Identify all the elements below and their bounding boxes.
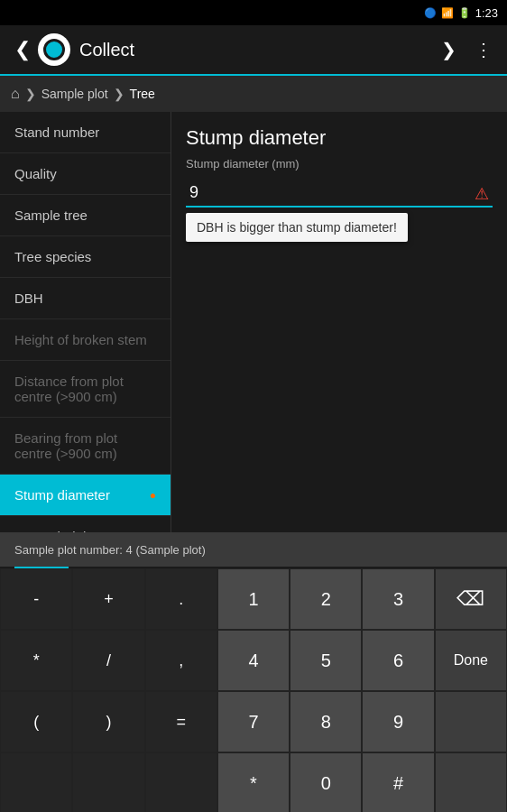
app-logo xyxy=(38,33,70,66)
key-close-paren[interactable]: ) xyxy=(72,691,144,752)
sidebar-item-stand-number[interactable]: Stand number xyxy=(0,112,171,153)
breadcrumb-sample-plot[interactable]: Sample plot xyxy=(41,87,108,101)
key-done[interactable]: Done xyxy=(435,630,507,691)
main-content: Stand number Quality Sample tree Tree sp… xyxy=(0,112,507,532)
stump-diameter-input[interactable] xyxy=(186,180,493,208)
keyboard: - + . 1 2 3 ⌫ * / , 4 5 6 Done ( ) = 7 8… xyxy=(0,568,507,812)
battery-icon: 🔋 xyxy=(458,7,471,19)
plot-info-bar: Sample plot number: 4 (Sample plot) xyxy=(0,532,507,567)
keyboard-row-1: - + . 1 2 3 ⌫ xyxy=(0,568,507,630)
bluetooth-icon: 🔵 xyxy=(424,7,437,19)
plot-info-wrapper: Sample plot number: 4 (Sample plot) xyxy=(0,532,507,568)
breadcrumb-tree: Tree xyxy=(130,87,155,101)
forward-button[interactable]: ❯ xyxy=(434,32,464,68)
status-bar: 🔵 📶 🔋 1:23 xyxy=(0,0,507,25)
key-star[interactable]: * xyxy=(217,752,290,812)
key-3[interactable]: 3 xyxy=(362,568,434,630)
sidebar-item-bearing-plot[interactable]: Bearing from plot centre (>900 cm) xyxy=(0,418,171,475)
sidebar-item-tree-species[interactable]: Tree species xyxy=(0,236,171,278)
more-options-button[interactable]: ⋮ xyxy=(467,32,500,68)
sidebar-item-dbh[interactable]: DBH xyxy=(0,278,171,319)
wifi-icon: 📶 xyxy=(441,7,454,19)
nav-back-button[interactable]: ❮ xyxy=(7,31,38,69)
app-logo-inner xyxy=(43,39,65,60)
breadcrumb: ⌂ ❯ Sample plot ❯ Tree xyxy=(0,76,507,112)
key-8[interactable]: 8 xyxy=(290,691,362,752)
sidebar-item-quality[interactable]: Quality xyxy=(0,153,171,195)
keyboard-row-3: ( ) = 7 8 9 xyxy=(0,691,507,752)
key-1[interactable]: 1 xyxy=(217,568,290,630)
key-comma[interactable]: , xyxy=(145,630,217,691)
key-open-paren[interactable]: ( xyxy=(0,691,72,752)
sidebar-item-stump-height[interactable]: Stump height xyxy=(0,516,171,532)
key-dot[interactable]: . xyxy=(145,568,217,630)
status-time: 1:23 xyxy=(475,6,498,20)
app-bar-actions: ❯ ⋮ xyxy=(434,32,500,68)
error-icon: ⚠ xyxy=(475,184,489,204)
plot-info-text: Sample plot number: 4 (Sample plot) xyxy=(14,543,206,557)
sidebar-item-distance-plot[interactable]: Distance from plot centre (>900 cm) xyxy=(0,361,171,418)
key-divide[interactable]: / xyxy=(72,630,144,691)
status-icons: 🔵 📶 🔋 1:23 xyxy=(424,6,498,20)
app-title: Collect xyxy=(79,40,434,60)
home-icon[interactable]: ⌂ xyxy=(11,86,20,102)
key-hash[interactable]: # xyxy=(362,752,434,812)
key-5[interactable]: 5 xyxy=(290,630,362,691)
breadcrumb-sep-2: ❯ xyxy=(114,87,124,101)
key-0[interactable]: 0 xyxy=(290,752,362,812)
key-done-2 xyxy=(435,691,507,752)
key-9[interactable]: 9 xyxy=(362,691,434,752)
keyboard-row-2: * / , 4 5 6 Done xyxy=(0,630,507,691)
sidebar-item-stump-diameter[interactable]: Stump diameter xyxy=(0,475,171,516)
key-empty-3 xyxy=(145,752,217,812)
content-title: Stump diameter xyxy=(186,126,493,150)
app-bar: ❮ Collect ❯ ⋮ xyxy=(0,25,507,76)
key-empty-1 xyxy=(0,752,72,812)
sidebar-item-sample-tree[interactable]: Sample tree xyxy=(0,195,171,236)
key-backspace[interactable]: ⌫ xyxy=(435,568,507,630)
key-7[interactable]: 7 xyxy=(217,691,290,752)
sidebar: Stand number Quality Sample tree Tree sp… xyxy=(0,112,171,532)
key-2[interactable]: 2 xyxy=(290,568,362,630)
key-multiply[interactable]: * xyxy=(0,630,72,691)
key-minus[interactable]: - xyxy=(0,568,72,630)
key-done-3 xyxy=(435,752,507,812)
content-area: Stump diameter Stump diameter (mm) ⚠ DBH… xyxy=(171,112,507,532)
key-empty-2 xyxy=(72,752,144,812)
breadcrumb-sep-1: ❯ xyxy=(25,87,36,101)
input-row: ⚠ xyxy=(186,180,493,208)
field-label: Stump diameter (mm) xyxy=(186,157,493,171)
error-tooltip: DBH is bigger than stump diameter! xyxy=(186,213,408,242)
key-plus[interactable]: + xyxy=(72,568,144,630)
key-4[interactable]: 4 xyxy=(217,630,290,691)
sidebar-item-height-broken[interactable]: Height of broken stem xyxy=(0,319,171,361)
keyboard-row-4: * 0 # xyxy=(0,752,507,812)
key-6[interactable]: 6 xyxy=(362,630,434,691)
key-equals[interactable]: = xyxy=(145,691,217,752)
